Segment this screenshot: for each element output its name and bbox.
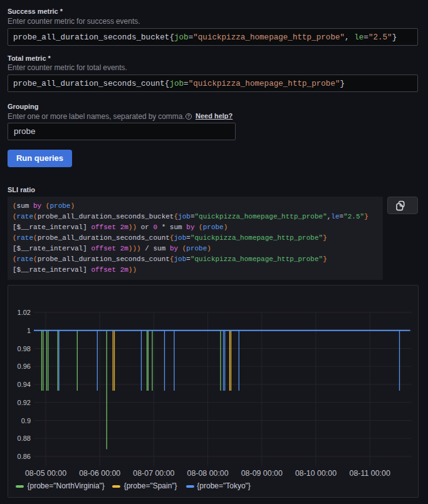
svg-text:1: 1 [27, 327, 31, 334]
svg-text:0.92: 0.92 [18, 399, 31, 406]
svg-text:0.9: 0.9 [21, 417, 31, 424]
svg-text:08-06 00:00: 08-06 00:00 [79, 469, 120, 478]
svg-text:08-11 00:00: 08-11 00:00 [350, 469, 390, 478]
svg-text:1.02: 1.02 [18, 309, 31, 316]
svg-text:08-08 00:00: 08-08 00:00 [187, 469, 229, 478]
svg-text:0.86: 0.86 [18, 453, 31, 460]
svg-text:08-07 00:00: 08-07 00:00 [133, 469, 174, 478]
svg-text:08-09 00:00: 08-09 00:00 [241, 469, 283, 478]
svg-text:0.96: 0.96 [18, 363, 31, 370]
svg-text:08-05 00:00: 08-05 00:00 [25, 469, 66, 478]
svg-text:08-10 00:00: 08-10 00:00 [295, 469, 337, 478]
svg-text:0.94: 0.94 [18, 381, 31, 388]
svg-text:0.98: 0.98 [18, 345, 31, 352]
svg-text:0.88: 0.88 [18, 435, 31, 442]
